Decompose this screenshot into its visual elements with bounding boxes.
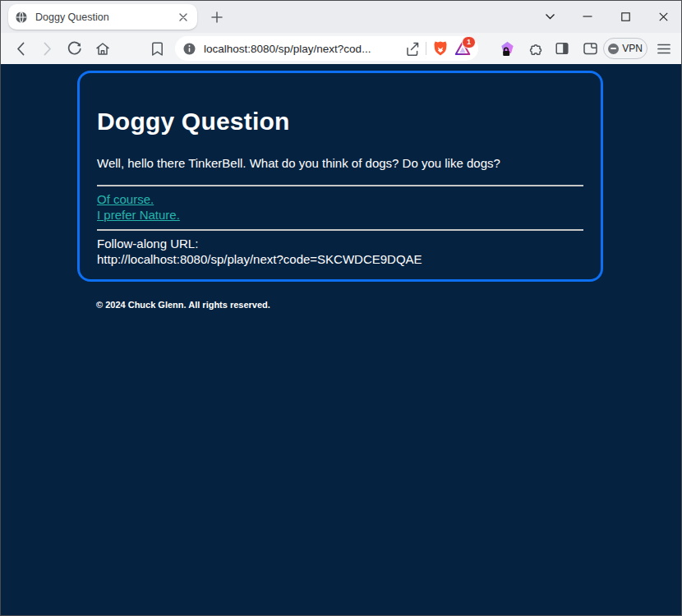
question-text: Well, hello there TinkerBell. What do yo…: [97, 156, 500, 170]
window-controls: [531, 0, 682, 33]
tab-close-icon[interactable]: [176, 10, 191, 25]
question-card: Doggy Question Well, hello there TinkerB…: [77, 71, 603, 282]
answer-link-prefer-nature[interactable]: I prefer Nature.: [97, 208, 180, 223]
reload-icon[interactable]: [64, 39, 84, 58]
url-text: localhost:8080/sp/play/next?cod...: [204, 43, 404, 55]
minimize-button[interactable]: [569, 0, 606, 33]
page-viewport: Doggy Question Well, hello there TinkerB…: [0, 64, 682, 616]
browser-tab[interactable]: Doggy Question: [8, 4, 197, 30]
brave-shields-icon[interactable]: [432, 40, 449, 57]
divider: [97, 229, 583, 231]
vpn-button[interactable]: VPN: [603, 38, 647, 59]
close-window-button[interactable]: [644, 0, 682, 33]
answer-links: Of course. I prefer Nature.: [97, 192, 180, 223]
follow-along-block: Follow-along URL: http://localhost:8080/…: [97, 237, 422, 267]
share-icon[interactable]: [404, 41, 420, 57]
follow-along-label: Follow-along URL:: [97, 237, 422, 252]
rewards-badge: 1: [462, 36, 476, 48]
forward-icon[interactable]: [38, 39, 58, 58]
divider: [97, 185, 583, 186]
page-title: Doggy Question: [97, 108, 289, 136]
tab-strip: Doggy Question: [0, 0, 682, 33]
browser-toolbar: localhost:8080/sp/play/next?cod...: [0, 33, 682, 64]
tab-title: Doggy Question: [35, 11, 176, 23]
address-bar[interactable]: localhost:8080/sp/play/next?cod...: [175, 36, 478, 61]
password-extension-icon[interactable]: [497, 39, 517, 58]
vpn-status-icon: [608, 44, 619, 54]
site-info-icon[interactable]: [183, 43, 196, 55]
sidebar-toggle-icon[interactable]: [552, 39, 572, 58]
new-tab-button[interactable]: [207, 7, 227, 27]
answer-link-of-course[interactable]: Of course.: [97, 192, 180, 208]
vpn-label: VPN: [622, 43, 643, 54]
globe-favicon-icon: [15, 11, 28, 24]
wallet-icon[interactable]: [580, 39, 600, 58]
extensions-puzzle-icon[interactable]: [525, 39, 545, 58]
maximize-button[interactable]: [606, 0, 644, 33]
addressbar-divider: [426, 42, 426, 55]
home-icon[interactable]: [93, 39, 113, 58]
back-icon[interactable]: [11, 39, 30, 58]
follow-along-url: http://localhost:8080/sp/play/next?code=…: [97, 252, 422, 268]
hamburger-menu-icon[interactable]: [654, 39, 674, 58]
bookmark-icon[interactable]: [147, 39, 167, 58]
brave-rewards-icon[interactable]: 1: [454, 39, 472, 57]
tab-search-chevron-icon[interactable]: [531, 0, 569, 33]
copyright-text: © 2024 Chuck Glenn. All rights reserved.: [96, 300, 270, 310]
